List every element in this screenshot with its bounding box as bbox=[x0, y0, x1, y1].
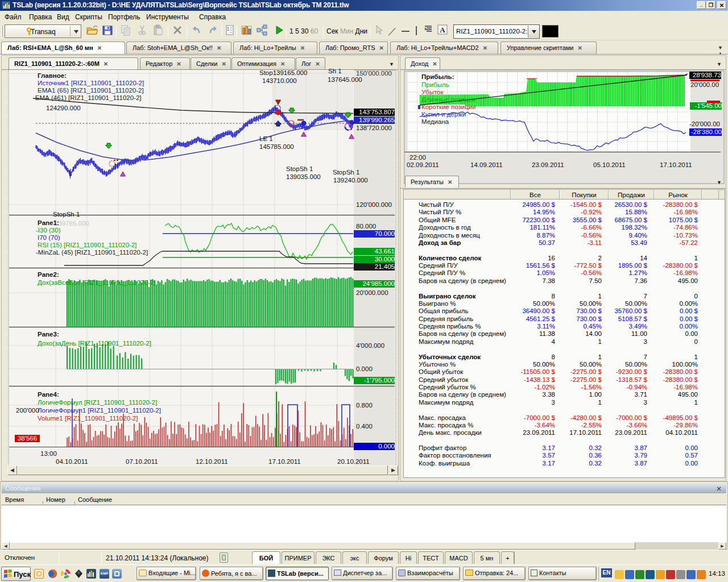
svg-text:A: A bbox=[440, 26, 445, 34]
